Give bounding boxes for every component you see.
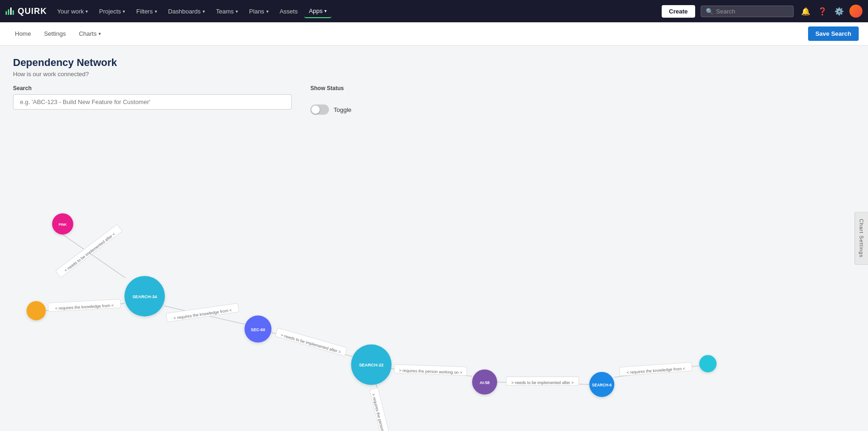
svg-text:AI-58: AI-58	[480, 380, 490, 385]
save-search-button[interactable]: Save Search	[808, 26, 859, 41]
page-subtitle: How is our work connected?	[13, 71, 855, 78]
svg-text:SEC-60: SEC-60	[251, 327, 265, 332]
settings-icon[interactable]: ⚙️	[833, 5, 846, 18]
chart-settings-panel[interactable]: Chart Settings	[855, 212, 868, 265]
avatar[interactable]	[849, 5, 862, 18]
chevron-down-icon: ▾	[155, 9, 157, 14]
chevron-down-icon: ▾	[123, 9, 125, 14]
top-nav: QUIRK Your work ▾ Projects ▾ Filters ▾ D…	[0, 0, 868, 22]
nav-assets[interactable]: Assets	[275, 5, 302, 18]
chevron-down-icon: ▾	[324, 8, 327, 13]
create-button[interactable]: Create	[662, 5, 695, 18]
logo-text: QUIRK	[18, 7, 47, 16]
nav-projects[interactable]: Projects ▾	[94, 5, 130, 18]
subnav-home[interactable]: Home	[9, 27, 37, 40]
main-content: Dependency Network How is our work conne…	[0, 46, 868, 431]
notifications-icon[interactable]: 🔔	[799, 5, 812, 18]
search-icon: 🔍	[706, 8, 713, 15]
nav-filters[interactable]: Filters ▾	[132, 5, 161, 18]
svg-text:SEARCH-22: SEARCH-22	[359, 363, 384, 367]
node-cyan-far[interactable]	[699, 355, 717, 372]
svg-text:SEARCH-34: SEARCH-34	[132, 294, 158, 299]
logo-area[interactable]: QUIRK	[6, 7, 47, 16]
global-search-input[interactable]	[716, 8, 789, 15]
global-search-box[interactable]: 🔍	[701, 6, 794, 17]
logo-icon	[6, 7, 14, 15]
chevron-down-icon: ▾	[203, 9, 205, 14]
search-field-label: Search	[13, 85, 292, 91]
subnav-charts[interactable]: Charts ▾	[73, 27, 106, 40]
nav-your-work[interactable]: Your work ▾	[53, 5, 92, 18]
edge-label: < needs to be implemented after <	[64, 232, 116, 273]
nav-teams[interactable]: Teams ▾	[211, 5, 243, 18]
svg-text:SEARCH-6: SEARCH-6	[592, 383, 612, 387]
page-title: Dependency Network	[13, 57, 855, 69]
chevron-down-icon: ▾	[266, 9, 269, 14]
nav-dashboards[interactable]: Dashboards ▾	[164, 5, 210, 18]
show-status-label: Show Status	[310, 85, 351, 91]
chevron-down-icon: ▾	[236, 9, 238, 14]
help-icon[interactable]: ❓	[816, 5, 829, 18]
subnav-settings[interactable]: Settings	[39, 27, 72, 40]
nav-apps[interactable]: Apps ▾	[304, 5, 332, 18]
chevron-down-icon: ▾	[99, 31, 101, 36]
sub-nav: Home Settings Charts ▾ Save Search	[0, 22, 868, 46]
dependency-network-chart[interactable]: < needs to be implemented after < < requ…	[0, 106, 868, 431]
edge-label: > needs to be implemented after >	[511, 380, 573, 385]
svg-text:PINK: PINK	[59, 222, 67, 227]
svg-line-0	[63, 235, 125, 278]
node-yellow[interactable]	[26, 301, 46, 320]
nav-plans[interactable]: Plans ▾	[244, 5, 273, 18]
nav-icons: 🔔 ❓ ⚙️	[799, 5, 862, 18]
chevron-down-icon: ▾	[85, 9, 88, 14]
